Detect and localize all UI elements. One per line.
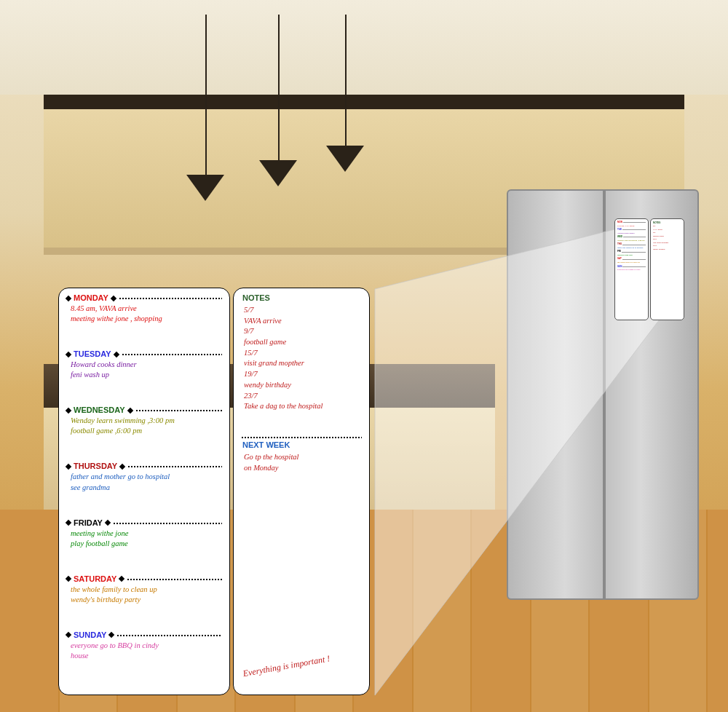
day-entries: 8.45 am, VAVA arrivemeeting withe jone ,… xyxy=(66,302,222,324)
pendant-lamp-icon xyxy=(186,175,224,201)
day-entries: everyone go to BBQ in cindyhouse xyxy=(66,639,222,661)
day-heading: FRIDAY xyxy=(66,519,222,527)
day-block: SATURDAYthe whole family to clean upwend… xyxy=(66,575,222,631)
dots-rule-icon xyxy=(127,579,222,580)
diamond-bullet-icon xyxy=(66,520,71,526)
day-block: THURSDAYfather and mother go to hospital… xyxy=(66,462,222,518)
day-entries: father and mother go to hospitalsee gran… xyxy=(66,470,222,492)
day-block: SUNDAYeveryone go to BBQ in cindyhouse xyxy=(66,631,222,687)
pendant-lamp-icon xyxy=(326,146,364,172)
diamond-bullet-icon xyxy=(66,351,71,357)
day-heading: THURSDAY xyxy=(66,462,222,470)
day-name: SUNDAY xyxy=(74,631,106,639)
day-heading: MONDAY xyxy=(66,294,222,302)
weekly-planner: MONDAY8.45 am, VAVA arrivemeeting withe … xyxy=(58,288,373,695)
diamond-bullet-icon xyxy=(119,576,124,582)
pendant-wire xyxy=(345,15,347,146)
diamond-bullet-icon xyxy=(127,408,132,414)
dots-rule-icon xyxy=(135,410,223,411)
pendant-lamp-icon xyxy=(259,160,297,186)
day-block: WEDNESDAYWenday learn swimming ,3:00 pmf… xyxy=(66,406,222,462)
dots-rule-icon xyxy=(113,523,222,524)
day-name: THURSDAY xyxy=(74,462,117,470)
day-heading: SUNDAY xyxy=(66,631,222,639)
kitchen-scene: MON8.45 am, VAVA arriveTUEHoward cooks d… xyxy=(0,0,728,712)
diamond-bullet-icon xyxy=(119,464,125,470)
diamond-bullet-icon xyxy=(105,520,111,526)
day-entries: meeting withe joneplay football game xyxy=(66,527,222,549)
day-block: FRIDAYmeeting withe joneplay football ga… xyxy=(66,519,222,575)
diamond-bullet-icon xyxy=(113,351,119,357)
diamond-bullet-icon xyxy=(66,408,71,414)
day-heading: SATURDAY xyxy=(66,575,222,583)
day-name: WEDNESDAY xyxy=(74,406,125,414)
next-week-heading: NEXT WEEK xyxy=(242,441,362,449)
planner-side-pane: NOTES 5/7VAVA arrive9/7football game15/7… xyxy=(233,288,370,695)
day-name: SATURDAY xyxy=(74,575,116,583)
day-heading: TUESDAY xyxy=(66,350,222,358)
diamond-bullet-icon xyxy=(66,576,71,582)
day-name: FRIDAY xyxy=(74,519,103,527)
notes-heading: NOTES xyxy=(242,294,362,302)
pendant-wire xyxy=(205,15,207,175)
planner-tagline: Everything is important ! xyxy=(238,649,360,687)
dots-rule-icon xyxy=(116,635,222,636)
diamond-bullet-icon xyxy=(66,295,71,301)
diamond-bullet-icon xyxy=(108,632,114,638)
dots-divider-icon xyxy=(241,437,362,438)
planner-days-pane: MONDAY8.45 am, VAVA arrivemeeting withe … xyxy=(58,288,230,695)
day-entries: the whole family to clean upwendy's birt… xyxy=(66,583,222,605)
day-heading: WEDNESDAY xyxy=(66,406,222,414)
diamond-bullet-icon xyxy=(66,464,71,470)
notes-body: 5/7VAVA arrive9/7football game15/7visit … xyxy=(241,305,362,412)
ceiling xyxy=(0,0,728,95)
day-name: MONDAY xyxy=(74,294,108,302)
day-entries: Wenday learn swimming ,3:00 pmfootball g… xyxy=(66,414,222,436)
day-entries: Howard cooks dinnerfeni wash up xyxy=(66,358,222,380)
pendant-wire xyxy=(278,15,280,160)
day-name: TUESDAY xyxy=(74,350,111,358)
next-week-body: Go tp the hospitalon Monday xyxy=(241,452,362,473)
day-block: MONDAY8.45 am, VAVA arrivemeeting withe … xyxy=(66,294,222,350)
fridge-planner-thumbnail: MON8.45 am, VAVA arriveTUEHoward cooks d… xyxy=(614,218,684,320)
dots-rule-icon xyxy=(122,354,222,355)
day-block: TUESDAYHoward cooks dinnerfeni wash up xyxy=(66,350,222,406)
dots-rule-icon xyxy=(127,466,222,467)
diamond-bullet-icon xyxy=(66,632,71,638)
diamond-bullet-icon xyxy=(111,295,116,301)
dots-rule-icon xyxy=(119,298,222,299)
